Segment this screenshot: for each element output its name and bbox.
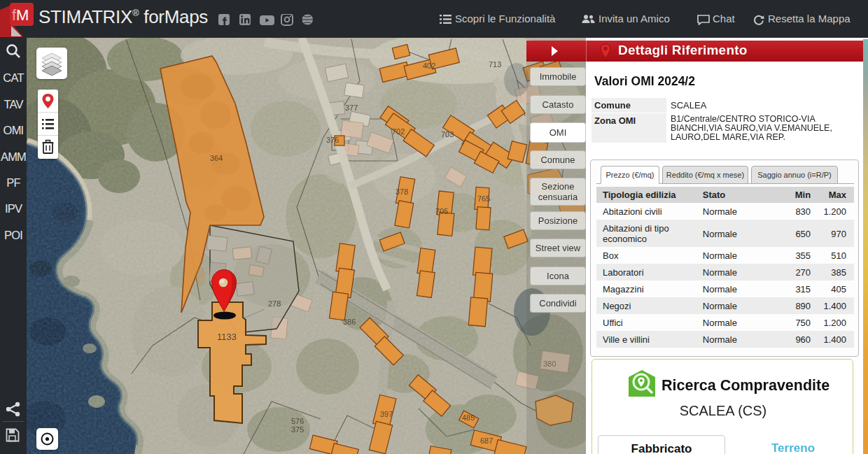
svg-text:485: 485 <box>462 413 475 422</box>
svg-text:397: 397 <box>380 410 393 418</box>
svg-text:705: 705 <box>435 207 448 215</box>
svg-text:1133: 1133 <box>217 332 237 342</box>
svg-text:713: 713 <box>489 60 501 69</box>
svg-text:M: M <box>16 6 29 24</box>
svg-text:278: 278 <box>268 299 281 308</box>
svg-text:402: 402 <box>423 62 435 70</box>
svg-text:702: 702 <box>392 127 405 136</box>
svg-text:703: 703 <box>441 130 454 139</box>
svg-text:765: 765 <box>477 194 490 203</box>
svg-text:386: 386 <box>343 318 356 326</box>
svg-text:576: 576 <box>291 417 304 425</box>
svg-text:378: 378 <box>396 187 408 196</box>
svg-text:375: 375 <box>291 425 304 434</box>
svg-text:687: 687 <box>480 437 493 445</box>
svg-text:364: 364 <box>210 154 223 162</box>
svg-text:376: 376 <box>326 136 339 144</box>
svg-text:377: 377 <box>345 104 358 112</box>
